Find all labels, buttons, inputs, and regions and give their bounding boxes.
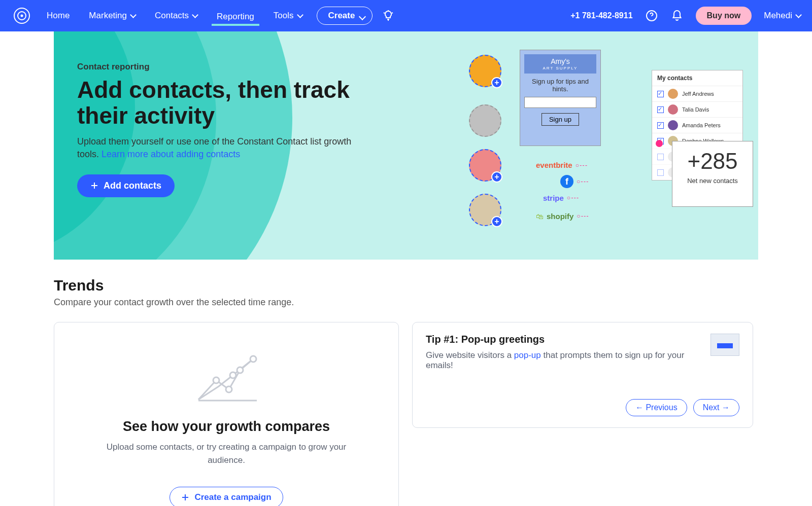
- svg-point-7: [250, 356, 256, 362]
- nav-tools-label: Tools: [274, 11, 294, 21]
- signup-brand-sub: ART SUPPLY: [527, 66, 593, 70]
- popup-link[interactable]: pop-up: [514, 350, 541, 360]
- nav-marketing[interactable]: Marketing: [84, 7, 141, 25]
- trends-section: Trends Compare your contact growth over …: [0, 260, 812, 506]
- hero-illustration: + + + Amy'sART SUPPLY Sign up for tips a…: [454, 50, 743, 252]
- nav-left: Home Marketing Contacts Reporting Tools …: [11, 5, 395, 26]
- signup-card-mock: Amy'sART SUPPLY Sign up for tips and hin…: [520, 50, 601, 146]
- shopify-logo: shopify: [547, 207, 573, 226]
- decorative-dot: [656, 140, 663, 147]
- tip-thumbnail-icon: [710, 334, 739, 356]
- stripe-logo: stripe: [543, 189, 564, 207]
- tip-title: Tip #1: Pop-up greetings: [426, 334, 710, 345]
- svg-point-2: [21, 15, 23, 17]
- nav-reporting[interactable]: Reporting: [212, 8, 259, 26]
- signup-text: Sign up for tips and hints.: [524, 78, 596, 93]
- signup-input-mock: [524, 97, 596, 108]
- nav-home[interactable]: Home: [42, 7, 75, 25]
- hero-subtitle: Upload them yourself or use one of the C…: [77, 135, 366, 161]
- brand-logo[interactable]: [11, 5, 32, 26]
- chevron-down-icon: [795, 12, 802, 18]
- chevron-down-icon: [192, 12, 198, 18]
- svg-point-5: [226, 386, 232, 392]
- facebook-logo: f: [560, 175, 573, 188]
- help-icon[interactable]: [645, 9, 658, 22]
- user-name: Mehedi: [764, 11, 792, 21]
- growth-empty-desc: Upload some contacts, or try creating a …: [85, 441, 368, 466]
- tip-text: Give website visitors a pop-up that prom…: [426, 350, 710, 371]
- nav-tools[interactable]: Tools: [268, 7, 308, 25]
- learn-more-link[interactable]: Learn more about adding contacts: [101, 149, 240, 159]
- phone-number[interactable]: +1 781-482-8911: [570, 11, 632, 20]
- contact-name: Talia Davis: [682, 106, 709, 113]
- chevron-down-icon: [130, 12, 137, 18]
- net-contacts-count: +285: [672, 149, 753, 174]
- tip-next-button[interactable]: Next →: [693, 399, 739, 416]
- net-contacts-card: +285 Net new contacts: [672, 141, 753, 207]
- chart-placeholder-icon: [193, 350, 259, 406]
- top-navbar: Home Marketing Contacts Reporting Tools …: [0, 0, 812, 31]
- trends-title: Trends: [54, 277, 758, 294]
- tip-previous-button[interactable]: ← Previous: [626, 399, 687, 416]
- chevron-down-icon: [297, 12, 303, 18]
- nav-contacts[interactable]: Contacts: [150, 7, 202, 25]
- contact-name: Jeff Andrews: [682, 91, 714, 97]
- trends-subtitle: Compare your contact growth over the sel…: [54, 297, 758, 308]
- svg-point-4: [213, 377, 219, 383]
- bell-icon[interactable]: [670, 9, 684, 22]
- tip-card: Tip #1: Pop-up greetings Give website vi…: [412, 322, 753, 428]
- nav-contacts-label: Contacts: [155, 11, 189, 21]
- hero-title: Add contacts, then track their activity: [77, 77, 382, 128]
- tip-text-1: Give website visitors a: [426, 350, 514, 360]
- integration-logos: eventbrite○ - - - f○ - - - stripe○ - - -…: [536, 156, 588, 226]
- growth-empty-title: See how your growth compares: [85, 419, 368, 435]
- contact-name: Amanda Peters: [682, 122, 721, 128]
- signup-button-mock: Sign up: [542, 113, 579, 126]
- nav-marketing-label: Marketing: [89, 11, 127, 21]
- svg-point-6: [237, 367, 243, 373]
- growth-empty-card: See how your growth compares Upload some…: [54, 322, 399, 506]
- user-menu[interactable]: Mehedi: [764, 11, 801, 21]
- lightbulb-icon[interactable]: [382, 9, 395, 22]
- create-button[interactable]: Create: [317, 7, 373, 25]
- hero-eyebrow: Contact reporting: [77, 62, 477, 72]
- hero-banner: Contact reporting Add contacts, then tra…: [54, 31, 758, 260]
- add-contacts-label: Add contacts: [104, 180, 161, 191]
- net-contacts-label: Net new contacts: [672, 177, 753, 185]
- svg-point-8: [230, 372, 236, 378]
- create-campaign-label: Create a campaign: [194, 492, 271, 502]
- contacts-panel-header: My contacts: [652, 70, 742, 86]
- nav-right: +1 781-482-8911 Buy now Mehedi: [570, 7, 801, 25]
- add-contacts-button[interactable]: Add contacts: [77, 174, 175, 197]
- signup-brand: Amy's: [551, 57, 570, 65]
- create-campaign-button[interactable]: Create a campaign: [170, 487, 283, 506]
- plus-icon: [181, 493, 189, 501]
- buy-now-button[interactable]: Buy now: [696, 7, 752, 25]
- plus-icon: [90, 182, 98, 190]
